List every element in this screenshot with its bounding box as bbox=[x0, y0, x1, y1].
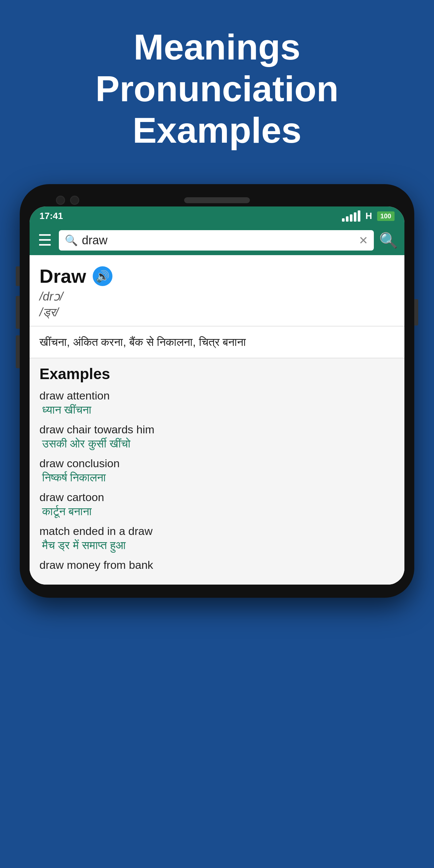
example-item-2: draw chair towards him उसकी ओर कुर्सी खी… bbox=[39, 423, 395, 451]
search-input[interactable] bbox=[82, 234, 355, 247]
search-input-wrapper[interactable]: 🔍 ✕ bbox=[59, 230, 374, 251]
phone-speaker bbox=[184, 197, 250, 203]
hero-line3: Examples bbox=[132, 110, 302, 150]
signal-bar-5 bbox=[358, 210, 360, 222]
example-item-5: match ended in a draw मैच ड्र में समाप्त… bbox=[39, 525, 395, 552]
example-item-6: draw money from bank bbox=[39, 559, 395, 571]
hero-line2: Pronunciation bbox=[95, 68, 338, 109]
status-right: H 100 bbox=[342, 210, 395, 222]
example-hi-4: कार्टून बनाना bbox=[39, 505, 395, 518]
word-title: Draw bbox=[39, 265, 86, 287]
audio-button[interactable]: 🔊 bbox=[93, 266, 113, 286]
examples-heading: Examples bbox=[39, 365, 395, 383]
status-bar: 17:41 H 100 bbox=[30, 207, 404, 225]
phone-mockup: 17:41 H 100 ☰ bbox=[20, 184, 414, 598]
pronunciation-en: /drɔ/ bbox=[39, 290, 395, 304]
phone-cameras bbox=[56, 196, 79, 205]
front-camera bbox=[56, 196, 65, 205]
example-hi-5: मैच ड्र में समाप्त हुआ bbox=[39, 539, 395, 552]
phone-screen: 17:41 H 100 ☰ bbox=[30, 207, 404, 585]
example-en-4: draw cartoon bbox=[39, 491, 395, 504]
example-item-4: draw cartoon कार्टून बनाना bbox=[39, 491, 395, 518]
example-en-1: draw attention bbox=[39, 389, 395, 402]
example-en-5: match ended in a draw bbox=[39, 525, 395, 537]
phone-top-bar bbox=[30, 197, 404, 203]
hero-line1: Meanings bbox=[133, 27, 300, 67]
network-type: H bbox=[365, 211, 372, 221]
signal-bar-3 bbox=[350, 214, 352, 222]
example-item-3: draw conclusion निष्कर्ष निकालना bbox=[39, 457, 395, 484]
word-header: Draw 🔊 bbox=[39, 265, 395, 287]
example-item-1: draw attention ध्यान खींचना bbox=[39, 389, 395, 416]
example-hi-2: उसकी ओर कुर्सी खींचो bbox=[39, 437, 395, 451]
meanings-text: खींचना, अंकित करना, बैंक से निकालना, चित… bbox=[39, 334, 395, 350]
word-section: Draw 🔊 /drɔ/ /ड्र/ bbox=[30, 255, 404, 327]
example-hi-1: ध्यान खींचना bbox=[39, 403, 395, 416]
signal-bar-1 bbox=[342, 218, 345, 222]
phone-outer: 17:41 H 100 ☰ bbox=[20, 184, 414, 598]
example-hi-3: निष्कर्ष निकालना bbox=[39, 471, 395, 484]
clear-icon[interactable]: ✕ bbox=[359, 234, 368, 247]
content-area: Draw 🔊 /drɔ/ /ड्र/ खींचना, अंकित करना, ब… bbox=[30, 255, 404, 585]
search-button[interactable]: 🔍 bbox=[379, 231, 398, 249]
example-en-2: draw chair towards him bbox=[39, 423, 395, 436]
signal-bar-4 bbox=[354, 212, 356, 222]
hero-title: Meanings Pronunciation Examples bbox=[13, 26, 421, 151]
example-en-3: draw conclusion bbox=[39, 457, 395, 470]
search-icon: 🔍 bbox=[65, 234, 78, 247]
signal-bars bbox=[342, 210, 360, 222]
volume-up-button bbox=[16, 296, 20, 329]
battery-level: 100 bbox=[380, 212, 391, 220]
example-en-6: draw money from bank bbox=[39, 559, 395, 571]
mute-button bbox=[16, 266, 20, 286]
front-camera-2 bbox=[70, 196, 79, 205]
meanings-section: खींचना, अंकित करना, बैंक से निकालना, चित… bbox=[30, 327, 404, 359]
menu-button[interactable]: ☰ bbox=[36, 231, 54, 250]
signal-bar-2 bbox=[346, 216, 348, 222]
search-bar-area[interactable]: ☰ 🔍 ✕ 🔍 bbox=[30, 225, 404, 255]
battery-indicator: 100 bbox=[377, 211, 395, 221]
hero-section: Meanings Pronunciation Examples bbox=[0, 0, 434, 171]
pronunciation-hi: /ड्र/ bbox=[39, 305, 395, 319]
speaker-icon: 🔊 bbox=[96, 270, 110, 283]
status-time: 17:41 bbox=[39, 211, 63, 221]
power-button bbox=[414, 299, 418, 326]
volume-down-button bbox=[16, 335, 20, 368]
examples-section: Examples draw attention ध्यान खींचना dra… bbox=[30, 359, 404, 585]
